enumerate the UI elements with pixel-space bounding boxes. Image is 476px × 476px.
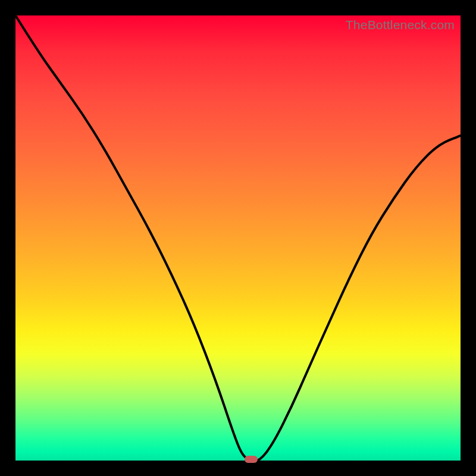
bottleneck-curve (15, 15, 461, 461)
minimum-marker (245, 456, 258, 463)
plot-area: TheBottleneck.com (15, 15, 461, 461)
curve-path (15, 15, 461, 461)
chart-frame: TheBottleneck.com (0, 0, 476, 476)
